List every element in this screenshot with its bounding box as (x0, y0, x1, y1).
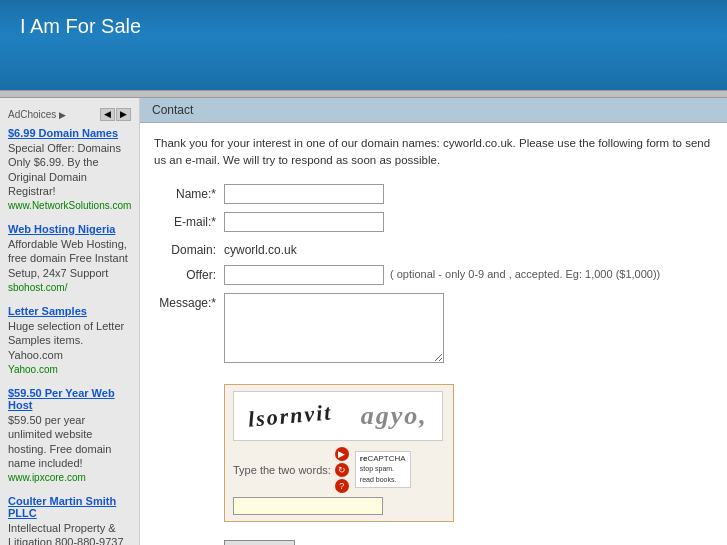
offer-input-wrapper (224, 265, 384, 285)
captcha-refresh-icon[interactable]: ↻ (335, 463, 349, 477)
email-input[interactable] (224, 212, 384, 232)
contact-intro: Thank you for your interest in one of ou… (154, 135, 713, 170)
ad-item-1: $6.99 Domain Names Special Offer: Domain… (8, 127, 131, 211)
ad-url-2: sbohost.com/ (8, 282, 131, 293)
separator (0, 90, 727, 98)
captcha-badge: reCAPTCHA stop spam.read books. (355, 451, 411, 488)
ad-url-1: www.NetworkSolutions.com (8, 200, 131, 211)
domain-value: cyworld.co.uk (224, 240, 297, 257)
domain-label: Domain: (154, 240, 224, 257)
ad-desc-4: $59.50 per year unlimited website hostin… (8, 414, 111, 469)
offer-hint: ( optional - only 0-9 and , accepted. Eg… (384, 265, 660, 280)
ad-desc-5: Intellectual Property & Litigation 800-8… (8, 522, 124, 545)
domain-row: Domain: cyworld.co.uk (154, 240, 713, 257)
message-textarea[interactable] (224, 293, 444, 363)
ad-link-4[interactable]: $59.50 Per Year Web Host (8, 387, 131, 411)
captcha-badge-text: reCAPTCHA stop spam.read books. (355, 451, 411, 488)
captcha-input[interactable] (233, 497, 383, 515)
message-label: Message:* (154, 293, 224, 310)
offer-label: Offer: (154, 265, 224, 282)
email-input-wrapper (224, 212, 384, 232)
ad-desc-1: Special Offer: Domains Only $6.99. By th… (8, 142, 121, 197)
captcha-section: lsornvit agyo, Type the two words: ▶ ↻ ?… (224, 374, 713, 532)
ad-desc-3: Huge selection of Letter Samples items. … (8, 320, 124, 361)
captcha-image: lsornvit agyo, (233, 391, 443, 441)
captcha-icons: ▶ ↻ ? (335, 447, 349, 493)
sidebar: AdChoices ▶ ◀ ▶ $6.99 Domain Names Speci… (0, 98, 140, 545)
content-area: AdChoices ▶ ◀ ▶ $6.99 Domain Names Speci… (0, 98, 727, 545)
adchoices-icon: ▶ (59, 110, 66, 120)
captcha-help-icon[interactable]: ? (335, 479, 349, 493)
captcha-widget: lsornvit agyo, Type the two words: ▶ ↻ ?… (224, 384, 454, 522)
captcha-type-label: Type the two words: (233, 464, 331, 476)
adchoices-label: AdChoices (8, 109, 56, 120)
adchoices-bar: AdChoices ▶ ◀ ▶ (8, 108, 131, 121)
main-panel: Contact Thank you for your interest in o… (140, 98, 727, 545)
name-label: Name:* (154, 184, 224, 201)
name-input-wrapper (224, 184, 384, 204)
ad-item-3: Letter Samples Huge selection of Letter … (8, 305, 131, 375)
captcha-input-row: Type the two words: ▶ ↻ ? reCAPTCHA stop… (233, 447, 445, 493)
header: I Am For Sale (0, 0, 727, 90)
message-input-wrapper (224, 293, 444, 366)
captcha-word2: agyo, (361, 401, 428, 431)
name-input[interactable] (224, 184, 384, 204)
contact-section-title: Contact (140, 98, 727, 123)
prev-ad-button[interactable]: ◀ (100, 108, 115, 121)
ad-item-2: Web Hosting Nigeria Affordable Web Hosti… (8, 223, 131, 293)
next-ad-button[interactable]: ▶ (116, 108, 131, 121)
message-row: Message:* (154, 293, 713, 366)
offer-input[interactable] (224, 265, 384, 285)
ad-link-1[interactable]: $6.99 Domain Names (8, 127, 131, 139)
captcha-audio-icon[interactable]: ▶ (335, 447, 349, 461)
ad-link-5[interactable]: Coulter Martin Smith PLLC (8, 495, 131, 519)
ad-desc-2: Affordable Web Hosting, free domain Free… (8, 238, 128, 279)
ad-item-4: $59.50 Per Year Web Host $59.50 per year… (8, 387, 131, 483)
page-title: I Am For Sale (20, 15, 141, 38)
ad-url-4: www.ipxcore.com (8, 472, 131, 483)
offer-row: Offer: ( optional - only 0-9 and , accep… (154, 265, 713, 285)
ad-item-5: Coulter Martin Smith PLLC Intellectual P… (8, 495, 131, 545)
email-row: E-mail:* (154, 212, 713, 232)
carousel-controls: ◀ ▶ (100, 108, 131, 121)
contact-body: Thank you for your interest in one of ou… (140, 123, 727, 545)
ad-url-3: Yahoo.com (8, 364, 131, 375)
name-row: Name:* (154, 184, 713, 204)
submit-button[interactable]: Submit (224, 540, 295, 546)
captcha-text-input-wrapper (233, 497, 445, 515)
captcha-word1: lsornvit (247, 399, 333, 432)
ad-link-3[interactable]: Letter Samples (8, 305, 131, 317)
email-label: E-mail:* (154, 212, 224, 229)
ad-link-2[interactable]: Web Hosting Nigeria (8, 223, 131, 235)
submit-area: Submit (224, 540, 713, 546)
